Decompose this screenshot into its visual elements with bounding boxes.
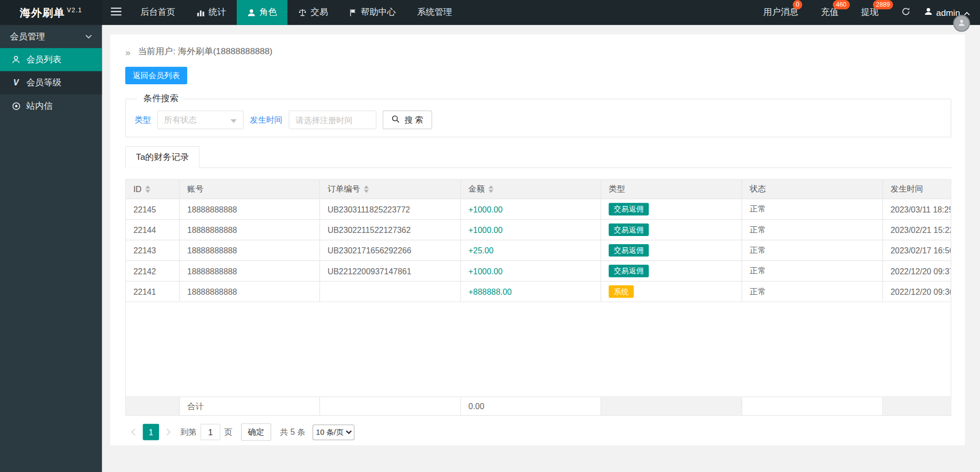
cell-time: 2023/02/17 16:56 (883, 241, 950, 261)
sort-icon[interactable] (364, 185, 369, 193)
sidebar-submenu: 会员列表 V 会员等级 (0, 48, 102, 94)
message-count-badge: 0 (793, 0, 803, 9)
type-badge: 交易返佣 (609, 223, 649, 236)
total-cell (601, 397, 742, 415)
withdraw-count-badge: 2889 (873, 0, 893, 9)
level-v-icon: V (11, 79, 20, 87)
cell-type: 交易返佣 (601, 199, 742, 219)
nav-label: 后台首页 (140, 7, 175, 18)
nav-item-recharge[interactable]: 充值 460 (821, 7, 838, 18)
person-icon (11, 56, 20, 64)
time-input[interactable] (289, 110, 377, 129)
sidebar-group-label: 会员管理 (10, 31, 45, 42)
refresh-button[interactable] (901, 7, 910, 18)
cell-order-no: UB2302171656292266 (320, 241, 461, 261)
cell-id: 22143 (126, 241, 179, 261)
cell-status: 正常 (742, 220, 883, 240)
header-id[interactable]: ID (126, 180, 179, 199)
cell-order-no: UB2212200937147861 (320, 261, 461, 281)
cell-time: 2022/12/20 09:36 (883, 281, 950, 301)
cell-account: 18888888888 (180, 220, 320, 240)
search-icon (392, 115, 400, 125)
sidebar-item-member-level[interactable]: V 会员等级 (0, 71, 102, 94)
sidebar-item-site-message[interactable]: 站内信 (0, 95, 102, 117)
person-icon (247, 8, 256, 16)
sidebar-group-member-management[interactable]: 会员管理 (0, 25, 102, 48)
total-label: 合计 (180, 397, 320, 415)
breadcrumb-icon: » (125, 46, 130, 57)
header-account: 账号 (180, 180, 320, 199)
search-fieldset: 条件搜索 类型 所有状态 发生时间 搜 索 (125, 93, 951, 137)
table-row: 22141 18888888888 +888888.00 系统 正常 2022/… (126, 281, 950, 302)
table-total-row: 合计 0.00 (126, 396, 950, 415)
select-caret-icon (231, 119, 237, 123)
cell-order-no (320, 281, 461, 301)
table-empty-space (126, 302, 950, 397)
cell-status: 正常 (742, 281, 883, 301)
menu-toggle-button[interactable] (102, 0, 130, 25)
nav-item-dashboard[interactable]: 后台首页 (130, 0, 186, 25)
current-page-button[interactable]: 1 (143, 424, 159, 440)
cell-type: 交易返佣 (601, 261, 742, 281)
nav-item-trade[interactable]: 交易 (287, 0, 338, 25)
cell-type: 交易返佣 (601, 220, 742, 240)
flag-icon (350, 8, 357, 16)
jump-label-before: 到第 (180, 427, 197, 438)
confirm-page-button[interactable]: 确定 (241, 423, 271, 441)
sidebar-item-member-list[interactable]: 会员列表 (0, 48, 102, 71)
nav-label: 角色 (259, 7, 277, 18)
cell-type: 交易返佣 (601, 241, 742, 261)
nav-item-roles[interactable]: 角色 (237, 0, 287, 25)
message-icon (11, 102, 20, 110)
cell-account: 18888888888 (180, 199, 320, 219)
cell-account: 18888888888 (180, 261, 320, 281)
nav-item-system-management[interactable]: 系统管理 (406, 0, 463, 25)
cell-amount: +25.00 (461, 241, 601, 261)
header-order-no[interactable]: 订单编号 (320, 180, 461, 199)
table-header: ID 账号 订单编号 金额 类型 (126, 180, 950, 199)
type-select[interactable]: 所有状态 (157, 110, 243, 129)
back-to-member-list-button[interactable]: 返回会员列表 (125, 67, 187, 84)
nav-label: 用户消息 (763, 7, 799, 17)
pagination: 1 到第 页 确定 共 5 条 10 条/页 (125, 423, 951, 441)
header-amount[interactable]: 金额 (461, 180, 601, 199)
page-jump-input[interactable] (200, 424, 220, 440)
time-label: 发生时间 (250, 114, 283, 126)
total-amount: 0.00 (461, 397, 601, 415)
tab-finance-records[interactable]: Ta的财务记录 (125, 146, 200, 168)
page-size-select[interactable]: 10 条/页 (313, 424, 355, 440)
cell-account: 18888888888 (180, 281, 320, 301)
main-area: » 当前用户: 海外刷单(18888888888) 返回会员列表 条件搜索 类型… (102, 25, 980, 472)
nav-label: 帮助中心 (361, 7, 396, 18)
main-menu: 后台首页 统计 角色 交易 (130, 0, 463, 25)
cell-status: 正常 (742, 261, 883, 281)
nav-item-user-messages[interactable]: 用户消息 0 (763, 7, 799, 18)
prev-page-button[interactable] (125, 424, 142, 440)
cell-amount: +1000.00 (461, 261, 601, 281)
search-row: 类型 所有状态 发生时间 搜 索 (134, 110, 942, 129)
table-row: 22144 18888888888 UB2302211522127362 +10… (126, 220, 950, 240)
floating-helper-button[interactable] (953, 15, 970, 32)
next-page-button[interactable] (161, 424, 177, 440)
nav-item-help-center[interactable]: 帮助中心 (339, 0, 406, 25)
sidebar-item-label: 会员列表 (26, 54, 61, 65)
app-logo: 海外刷单 V2.1 (0, 0, 102, 25)
nav-label: 统计 (209, 7, 226, 18)
cell-id: 22145 (126, 199, 179, 219)
type-badge: 交易返佣 (609, 244, 649, 257)
nav-item-withdraw[interactable]: 提现 2889 (861, 7, 878, 18)
nav-item-stats[interactable]: 统计 (186, 0, 237, 25)
sort-icon[interactable] (145, 185, 150, 193)
cell-time: 2023/03/11 18:25 (883, 199, 950, 219)
cell-amount: +1000.00 (461, 199, 601, 219)
sort-icon[interactable] (489, 185, 494, 193)
finance-table: ID 账号 订单编号 金额 类型 (125, 179, 951, 416)
user-avatar-icon (924, 8, 932, 18)
type-badge: 交易返佣 (609, 203, 649, 216)
cell-order-no: UB2303111825223772 (320, 199, 461, 219)
cell-status: 正常 (742, 199, 883, 219)
cell-account: 18888888888 (180, 241, 320, 261)
total-cell (320, 397, 461, 415)
search-button[interactable]: 搜 索 (382, 110, 431, 129)
nav-label: 系统管理 (417, 7, 452, 18)
